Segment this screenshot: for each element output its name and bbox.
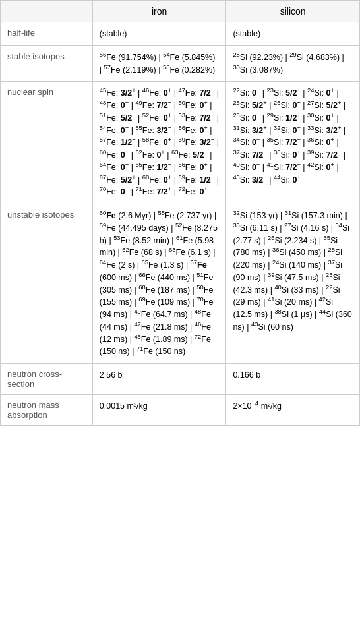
iron-neutron-mass-absorption: 0.0015 m²/kg [92,395,226,426]
row-label-unstable-isotopes: unstable isotopes [1,204,93,364]
header-label-col [1,1,93,22]
row-label-neutron-cross-section: neutron cross-section [1,364,93,395]
silicon-neutron-cross-section: 0.166 b [226,364,360,395]
table-row: unstable isotopes 60Fe (2.6 Myr) | 55Fe … [1,204,360,364]
table-row: neutron cross-section 2.56 b 0.166 b [1,364,360,395]
iron-stable-isotopes: 56Fe (91.754%) | 54Fe (5.845%) | 57Fe (2… [92,45,226,82]
row-label-stable-isotopes: stable isotopes [1,45,93,82]
header-silicon: silicon [226,1,360,22]
silicon-unstable-isotopes: 32Si (153 yr) | 31Si (157.3 min) | 33Si … [226,204,360,364]
iron-half-life: (stable) [92,22,226,46]
table-row: neutron mass absorption 0.0015 m²/kg 2×1… [1,395,360,426]
silicon-half-life: (stable) [226,22,360,46]
silicon-nuclear-spin: 22Si: 0+ | 23Si: 5/2+ | 24Si: 0+ | 25Si:… [226,82,360,204]
table-row: nuclear spin 45Fe: 3/2+ | 46Fe: 0+ | 47F… [1,82,360,204]
iron-neutron-cross-section: 2.56 b [92,364,226,395]
table-row: half-life (stable) (stable) [1,22,360,46]
row-label-nuclear-spin: nuclear spin [1,82,93,204]
row-label-neutron-mass-absorption: neutron mass absorption [1,395,93,426]
header-iron: iron [92,1,226,22]
iron-unstable-isotopes: 60Fe (2.6 Myr) | 55Fe (2.737 yr) | 59Fe … [92,204,226,364]
silicon-neutron-mass-absorption: 2×10−4 m²/kg [226,395,360,426]
row-label-half-life: half-life [1,22,93,46]
table-row: stable isotopes 56Fe (91.754%) | 54Fe (5… [1,45,360,82]
iron-nuclear-spin: 45Fe: 3/2+ | 46Fe: 0+ | 47Fe: 7/2− | 48F… [92,82,226,204]
silicon-stable-isotopes: 28Si (92.23%) | 29Si (4.683%) | 30Si (3.… [226,45,360,82]
